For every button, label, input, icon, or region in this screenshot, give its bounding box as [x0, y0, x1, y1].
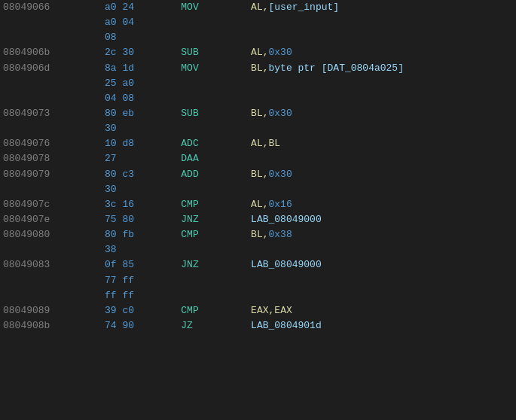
- continuation-row: 25 a0: [0, 76, 516, 91]
- operands-cell: AL,0x30: [248, 45, 516, 60]
- address-cell: 0804906d: [0, 61, 102, 76]
- operands-cell: AL,BL: [248, 136, 516, 151]
- continuation-row: 30: [0, 182, 516, 197]
- operand: AL,: [251, 199, 268, 210]
- operands-cell: AL,0x16: [248, 197, 516, 212]
- continuation-row: 30: [0, 121, 516, 136]
- bytes-continuation-cell: 30: [102, 182, 178, 197]
- mnemonic-cell: JNZ: [178, 212, 248, 227]
- mnemonic-cell: JNZ: [178, 257, 248, 272]
- table-row: 0804908080 fbCMPBL,0x38: [0, 227, 516, 242]
- address-cell-empty: [0, 288, 102, 303]
- table-row: 0804908939 c0CMPEAX,EAX: [0, 303, 516, 318]
- bytes-continuation-cell: 25 a0: [102, 76, 178, 91]
- operand: AL,: [251, 47, 268, 58]
- operands-empty: [248, 76, 516, 91]
- bytes-continuation-cell: 04 08: [102, 91, 178, 106]
- bytes-cell: 75 80: [102, 212, 178, 227]
- mnemonic-cell: MOV: [178, 61, 248, 76]
- address-cell-empty: [0, 182, 102, 197]
- operands-cell: [248, 151, 516, 166]
- mnemonic-empty: [178, 91, 248, 106]
- table-row: 0804907827DAA: [0, 151, 516, 166]
- address-cell-empty: [0, 15, 102, 30]
- operands-empty: [248, 30, 516, 45]
- mnemonic-cell: DAA: [178, 151, 248, 166]
- operands-empty: [248, 273, 516, 288]
- continuation-row: 38: [0, 242, 516, 257]
- operands-empty: [248, 121, 516, 136]
- bytes-continuation-cell: 77 ff: [102, 273, 178, 288]
- address-cell: 08049080: [0, 227, 102, 242]
- operand: EAX,: [251, 305, 274, 316]
- bytes-continuation-cell: 30: [102, 121, 178, 136]
- operand: LAB_0804901d: [251, 320, 322, 331]
- table-row: 08049066a0 24MOVAL,[user_input]: [0, 0, 516, 15]
- table-row: 0804906b2c 30SUBAL,0x30: [0, 45, 516, 60]
- bytes-cell: 2c 30: [102, 45, 178, 60]
- operands-cell: BL,0x38: [248, 227, 516, 242]
- mnemonic-cell: ADC: [178, 136, 248, 151]
- mnemonic-empty: [178, 30, 248, 45]
- operand: LAB_08049000: [251, 259, 322, 270]
- address-cell: 08049089: [0, 303, 102, 318]
- mnemonic-empty: [178, 242, 248, 257]
- mnemonic-empty: [178, 121, 248, 136]
- continuation-row: 08: [0, 30, 516, 45]
- operand: AL,: [251, 2, 268, 13]
- operand: BL,: [251, 169, 268, 180]
- address-cell: 0804908b: [0, 318, 102, 333]
- mnemonic-empty: [178, 273, 248, 288]
- mnemonic-cell: MOV: [178, 0, 248, 15]
- address-cell: 08049079: [0, 167, 102, 182]
- continuation-row: 77 ff: [0, 273, 516, 288]
- operands-cell: AL,[user_input]: [248, 0, 516, 15]
- bytes-continuation-cell: 38: [102, 242, 178, 257]
- mnemonic-cell: ADD: [178, 167, 248, 182]
- operand: LAB_08049000: [251, 214, 322, 225]
- bytes-cell: 39 c0: [102, 303, 178, 318]
- mnemonic-empty: [178, 182, 248, 197]
- bytes-cell: a0 24: [102, 0, 178, 15]
- address-cell: 0804907e: [0, 212, 102, 227]
- mnemonic-empty: [178, 288, 248, 303]
- bytes-cell: 0f 85: [102, 257, 178, 272]
- table-row: 080490830f 85JNZLAB_08049000: [0, 257, 516, 272]
- address-cell: 08049066: [0, 0, 102, 15]
- mnemonic-cell: CMP: [178, 303, 248, 318]
- operands-empty: [248, 288, 516, 303]
- operands-empty: [248, 91, 516, 106]
- operand: byte ptr [DAT_0804a025]: [269, 62, 404, 74]
- table-row: 0804907380 ebSUBBL,0x30: [0, 106, 516, 121]
- table-row: 0804907c3c 16CMPAL,0x16: [0, 197, 516, 212]
- table-row: 0804908b74 90JZLAB_0804901d: [0, 318, 516, 333]
- table-row: 0804907980 c3ADDBL,0x30: [0, 167, 516, 182]
- bytes-cell: 8a 1d: [102, 61, 178, 76]
- bytes-continuation-cell: a0 04: [102, 15, 178, 30]
- table-row: 0804907610 d8ADCAL,BL: [0, 136, 516, 151]
- address-cell-empty: [0, 91, 102, 106]
- mnemonic-empty: [178, 15, 248, 30]
- operands-cell: LAB_08049000: [248, 257, 516, 272]
- operand: 0x30: [269, 47, 292, 58]
- operand: BL,: [251, 229, 268, 240]
- address-cell-empty: [0, 242, 102, 257]
- operand: [user_input]: [269, 2, 340, 13]
- address-cell-empty: [0, 121, 102, 136]
- operand: 0x16: [269, 199, 292, 210]
- continuation-row: 04 08: [0, 91, 516, 106]
- mnemonic-empty: [178, 76, 248, 91]
- bytes-cell: 10 d8: [102, 136, 178, 151]
- bytes-cell: 27: [102, 151, 178, 166]
- operand: 0x30: [269, 169, 292, 180]
- table-row: 0804906d8a 1dMOVBL,byte ptr [DAT_0804a02…: [0, 61, 516, 76]
- address-cell: 08049076: [0, 136, 102, 151]
- operands-empty: [248, 182, 516, 197]
- operands-cell: BL,byte ptr [DAT_0804a025]: [248, 61, 516, 76]
- bytes-cell: 3c 16: [102, 197, 178, 212]
- operand: BL: [269, 138, 281, 149]
- continuation-row: ff ff: [0, 288, 516, 303]
- operands-empty: [248, 15, 516, 30]
- address-cell-empty: [0, 76, 102, 91]
- operands-cell: BL,0x30: [248, 167, 516, 182]
